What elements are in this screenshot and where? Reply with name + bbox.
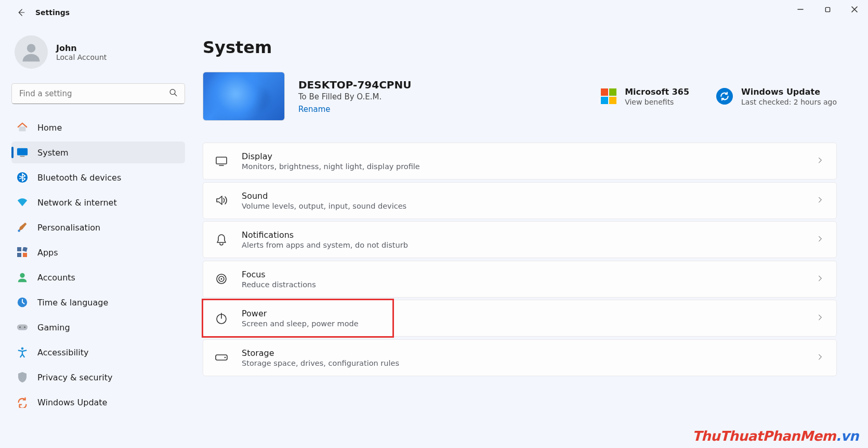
accounts-icon xyxy=(17,272,28,283)
account-name: John xyxy=(56,43,107,53)
ms365-block[interactable]: Microsoft 365 View benefits xyxy=(601,87,689,106)
svg-rect-7 xyxy=(17,247,21,251)
network-icon xyxy=(17,197,28,208)
system-icon xyxy=(17,147,28,158)
window-controls xyxy=(787,0,868,19)
card-sub: Reduce distractions xyxy=(242,280,316,289)
sidebar-item-label: Apps xyxy=(37,248,58,258)
svg-point-15 xyxy=(24,327,25,328)
home-icon xyxy=(17,122,28,133)
windows-update-icon xyxy=(716,88,733,105)
sidebar-item-label: Home xyxy=(37,123,62,133)
personalisation-icon xyxy=(17,222,28,233)
sidebar-item-network[interactable]: Network & internet xyxy=(11,191,185,213)
sidebar-item-system[interactable]: System xyxy=(11,142,185,163)
arrow-left-icon xyxy=(16,8,25,17)
sidebar-item-accounts[interactable]: Accounts xyxy=(11,266,185,288)
svg-rect-17 xyxy=(216,157,227,164)
privacy-icon xyxy=(17,372,28,383)
sidebar-item-label: Windows Update xyxy=(37,398,107,407)
card-sub: Storage space, drives, configuration rul… xyxy=(242,359,399,367)
rename-link[interactable]: Rename xyxy=(298,105,331,114)
close-button[interactable] xyxy=(841,0,868,19)
sidebar-item-accessibility[interactable]: Accessibility xyxy=(11,341,185,363)
maximize-button[interactable] xyxy=(814,0,841,19)
bluetooth-icon xyxy=(17,172,28,183)
card-sub: Screen and sleep, power mode xyxy=(242,319,359,328)
sidebar-item-label: Accessibility xyxy=(37,348,88,357)
update-icon xyxy=(17,396,28,408)
account-sub: Local Account xyxy=(56,53,107,61)
sidebar-item-personalisation[interactable]: Personalisation xyxy=(11,216,185,238)
watermark: ThuThuatPhanMem.vn xyxy=(692,428,859,444)
card-title: Focus xyxy=(242,270,316,279)
svg-rect-9 xyxy=(17,253,21,257)
sidebar-item-apps[interactable]: Apps xyxy=(11,241,185,263)
power-icon xyxy=(215,312,228,325)
card-title: Storage xyxy=(242,348,399,358)
apps-icon xyxy=(17,247,28,258)
person-icon xyxy=(20,41,43,63)
back-button[interactable] xyxy=(10,2,31,23)
svg-point-23 xyxy=(225,357,226,359)
search-box xyxy=(11,83,185,104)
svg-rect-13 xyxy=(17,325,28,330)
sidebar-item-bluetooth[interactable]: Bluetooth & devices xyxy=(11,167,185,188)
minimize-button[interactable] xyxy=(787,0,814,19)
device-name: DESKTOP-794CPNU xyxy=(298,79,411,91)
card-title: Sound xyxy=(242,191,406,201)
svg-point-6 xyxy=(18,229,20,232)
windows-update-block[interactable]: Windows Update Last checked: 2 hours ago xyxy=(716,87,837,106)
card-power[interactable]: PowerScreen and sleep, power mode xyxy=(203,300,837,337)
sidebar-item-label: Bluetooth & devices xyxy=(37,173,121,183)
sidebar-item-label: Accounts xyxy=(37,273,75,283)
svg-rect-0 xyxy=(825,7,830,11)
ms365-sub: View benefits xyxy=(625,98,689,106)
search-input[interactable] xyxy=(11,83,185,104)
storage-icon xyxy=(215,351,228,364)
svg-point-16 xyxy=(21,347,24,350)
svg-rect-3 xyxy=(17,148,28,156)
close-icon xyxy=(851,6,858,12)
time-icon xyxy=(17,297,28,308)
search-icon xyxy=(169,88,178,99)
sidebar-item-label: System xyxy=(37,148,69,158)
sidebar-item-update[interactable]: Windows Update xyxy=(11,391,185,413)
svg-point-11 xyxy=(20,273,24,278)
chevron-right-icon xyxy=(817,313,824,323)
sidebar-item-gaming[interactable]: Gaming xyxy=(11,316,185,338)
avatar xyxy=(15,35,48,69)
minimize-icon xyxy=(797,6,804,12)
card-sub: Monitors, brightness, night light, displ… xyxy=(242,162,420,171)
account-block[interactable]: John Local Account xyxy=(11,35,185,69)
main-content: System DESKTOP-794CPNU To Be Filled By O… xyxy=(192,25,868,448)
svg-point-14 xyxy=(19,327,21,328)
card-title: Power xyxy=(242,309,359,318)
ms365-title: Microsoft 365 xyxy=(625,87,689,97)
sidebar-item-time[interactable]: Time & language xyxy=(11,291,185,313)
card-display[interactable]: DisplayMonitors, brightness, night light… xyxy=(203,143,837,180)
titlebar: Settings xyxy=(0,0,868,25)
card-notifications[interactable]: NotificationsAlerts from apps and system… xyxy=(203,221,837,258)
sidebar-item-privacy[interactable]: Privacy & security xyxy=(11,366,185,388)
device-thumbnail xyxy=(203,72,285,121)
notifications-icon xyxy=(215,233,228,247)
chevron-right-icon xyxy=(817,156,824,166)
card-sub: Volume levels, output, input, sound devi… xyxy=(242,202,406,210)
card-focus[interactable]: FocusReduce distractions xyxy=(203,261,837,298)
chevron-right-icon xyxy=(817,274,824,284)
gaming-icon xyxy=(17,322,28,333)
chevron-right-icon xyxy=(817,235,824,245)
winupdate-sub: Last checked: 2 hours ago xyxy=(741,98,837,106)
sidebar-item-home[interactable]: Home xyxy=(11,117,185,138)
sound-icon xyxy=(215,194,228,207)
svg-point-1 xyxy=(27,44,36,53)
card-title: Notifications xyxy=(242,230,408,240)
maximize-icon xyxy=(825,7,831,12)
accessibility-icon xyxy=(17,347,28,358)
chevron-right-icon xyxy=(817,196,824,206)
card-storage[interactable]: StorageStorage space, drives, configurat… xyxy=(203,339,837,376)
svg-rect-10 xyxy=(23,253,27,257)
sidebar-item-label: Privacy & security xyxy=(37,373,112,382)
card-sound[interactable]: SoundVolume levels, output, input, sound… xyxy=(203,182,837,219)
